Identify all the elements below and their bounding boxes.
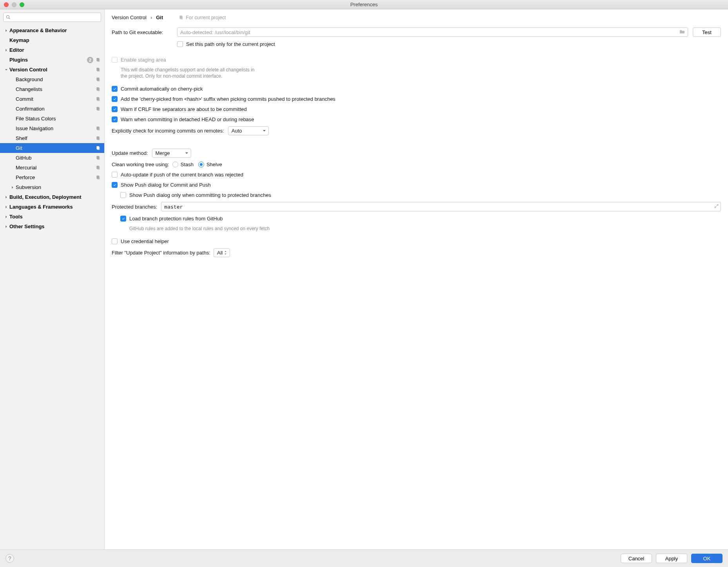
settings-search-input[interactable] (13, 15, 98, 20)
help-button[interactable]: ? (5, 554, 14, 563)
disclosure-arrow-icon[interactable] (3, 215, 9, 218)
warn-detached-checkbox[interactable] (112, 116, 118, 122)
set-path-project-label: Set this path only for the current proje… (186, 41, 275, 47)
window-title: Preferences (350, 2, 378, 7)
sidebar-item[interactable]: Build, Execution, Deployment (0, 192, 104, 202)
chevron-right-icon: › (150, 15, 152, 20)
folder-icon[interactable] (679, 29, 685, 35)
updown-icon (224, 250, 227, 256)
filter-select[interactable]: All (214, 248, 230, 257)
sidebar-item[interactable]: Tools (0, 212, 104, 222)
sidebar-item[interactable]: Editor (0, 45, 104, 55)
svg-rect-13 (97, 127, 100, 130)
auto-update-checkbox[interactable] (112, 172, 118, 178)
warn-crlf-checkbox[interactable] (112, 106, 118, 112)
svg-rect-17 (97, 147, 100, 150)
disclosure-arrow-icon[interactable] (9, 186, 16, 189)
show-push-protected-checkbox[interactable] (120, 192, 126, 198)
disclosure-arrow-icon[interactable] (3, 205, 9, 209)
sidebar-item[interactable]: Languages & Frameworks (0, 202, 104, 212)
chevron-down-icon (263, 128, 266, 134)
update-method-label: Update method: (112, 150, 148, 156)
sidebar-item-label: Other Settings (9, 224, 101, 229)
sidebar-item[interactable]: Commit (0, 94, 104, 104)
sidebar-item[interactable]: Issue Navigation (0, 124, 104, 133)
show-push-checkbox[interactable] (112, 182, 118, 188)
disclosure-arrow-icon[interactable] (3, 49, 9, 52)
window-minimize-button (12, 2, 16, 7)
filter-label: Filter "Update Project" information by p… (112, 250, 210, 256)
ok-button[interactable]: OK (691, 554, 723, 563)
sidebar-item-label: Issue Navigation (16, 125, 95, 131)
sidebar-item[interactable]: Background (0, 75, 104, 84)
auto-update-label: Auto-update if push of the current branc… (121, 171, 243, 178)
project-scope-icon (95, 87, 101, 92)
sidebar-item-label: Git (16, 145, 95, 151)
update-method-select[interactable]: Merge (152, 149, 191, 158)
commit-cherry-label: Commit automatically on cherry-pick (121, 85, 203, 92)
cherry-suffix-label: Add the 'cherry-picked from <hash>' suff… (121, 96, 335, 102)
cred-helper-checkbox[interactable] (112, 238, 118, 244)
sidebar-item[interactable]: Other Settings (0, 222, 104, 231)
sidebar-item-label: Plugins (9, 57, 87, 63)
load-rules-note: GitHub rules are added to the local rule… (129, 225, 721, 232)
sidebar-item[interactable]: Subversion (0, 182, 104, 192)
chevron-down-icon (185, 150, 188, 156)
sidebar-item-label: Editor (9, 47, 101, 53)
disclosure-arrow-icon[interactable] (3, 196, 9, 199)
commit-cherry-checkbox[interactable] (112, 86, 118, 92)
settings-sidebar: Appearance & BehaviorKeymapEditorPlugins… (0, 9, 105, 549)
cancel-button[interactable]: Cancel (621, 554, 652, 563)
sidebar-item[interactable]: Plugins2 (0, 55, 104, 65)
sidebar-item[interactable]: Appearance & Behavior (0, 25, 104, 35)
sidebar-item[interactable]: Confirmation (0, 104, 104, 114)
cherry-suffix-checkbox[interactable] (112, 96, 118, 102)
sidebar-item-label: Perforce (16, 174, 95, 180)
sidebar-item[interactable]: Perforce (0, 173, 104, 182)
project-scope-icon (95, 67, 101, 72)
warn-detached-label: Warn when committing in detached HEAD or… (121, 116, 254, 123)
project-scope-icon (95, 126, 101, 131)
warn-crlf-label: Warn if CRLF line separators are about t… (121, 106, 247, 113)
sidebar-item[interactable]: GitHub (0, 153, 104, 163)
svg-rect-21 (97, 166, 100, 169)
show-push-label: Show Push dialog for Commit and Push (121, 182, 211, 188)
git-path-input[interactable]: Auto-detected: /usr/local/bin/git (177, 27, 688, 37)
protected-branches-input[interactable]: master (161, 202, 721, 211)
sidebar-item-label: Background (16, 76, 95, 82)
project-scope-icon (95, 77, 101, 82)
load-rules-checkbox[interactable] (120, 216, 126, 222)
sidebar-item-label: Appearance & Behavior (9, 27, 101, 33)
apply-button[interactable]: Apply (656, 554, 687, 563)
project-scope-icon (95, 57, 101, 62)
svg-rect-15 (97, 137, 100, 140)
sidebar-item[interactable]: Version Control (0, 65, 104, 75)
svg-rect-1 (97, 58, 100, 62)
clean-stash-radio[interactable]: Stash (172, 162, 194, 167)
breadcrumb-root[interactable]: Version Control (112, 15, 147, 20)
disclosure-arrow-icon[interactable] (3, 225, 9, 228)
settings-search[interactable] (3, 13, 101, 22)
sidebar-item[interactable]: File Status Colors (0, 114, 104, 124)
expand-icon[interactable] (714, 204, 719, 210)
test-button[interactable]: Test (693, 27, 721, 37)
sidebar-item[interactable]: Mercurial (0, 163, 104, 173)
breadcrumb: Version Control › Git For current projec… (112, 15, 721, 20)
project-scope-icon (95, 106, 101, 111)
sidebar-item[interactable]: Shelf (0, 133, 104, 143)
sidebar-item[interactable]: Keymap (0, 35, 104, 45)
window-close-button[interactable] (4, 2, 9, 7)
project-scope-icon (95, 96, 101, 102)
sidebar-item[interactable]: Changelists (0, 84, 104, 94)
clean-shelve-radio[interactable]: Shelve (198, 162, 222, 167)
remote-check-label: Explicitly check for incoming commits on… (112, 128, 224, 134)
svg-rect-3 (97, 68, 100, 71)
sidebar-item[interactable]: Git (0, 143, 104, 153)
window-zoom-button[interactable] (20, 2, 24, 7)
disclosure-arrow-icon[interactable] (3, 29, 9, 32)
svg-rect-23 (97, 176, 100, 179)
svg-rect-7 (97, 88, 100, 91)
set-path-project-checkbox[interactable] (177, 41, 183, 47)
remote-check-select[interactable]: Auto (228, 126, 269, 135)
disclosure-arrow-icon[interactable] (3, 68, 9, 71)
